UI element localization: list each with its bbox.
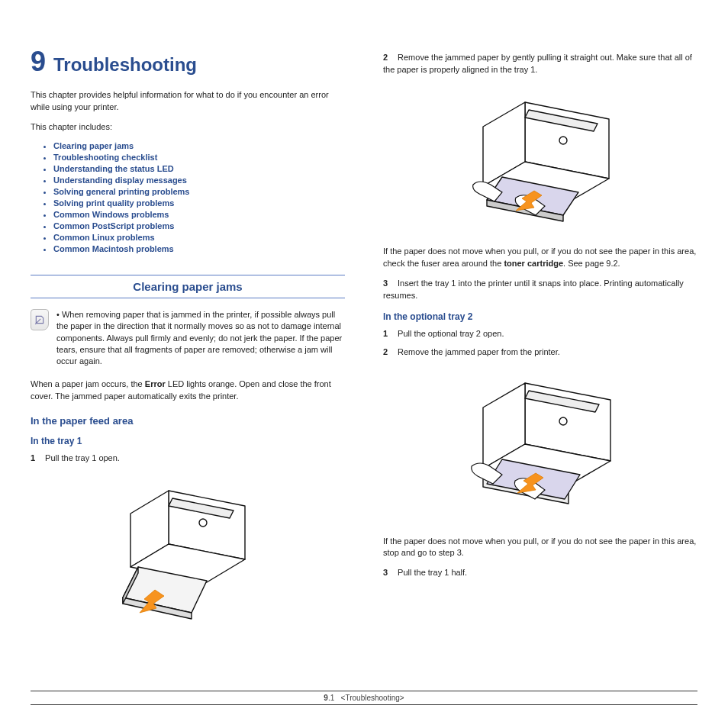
figure-tray1-open: [31, 475, 345, 620]
led-sentence-part1: When a paper jam occurs, the: [31, 379, 145, 388]
led-sentence: When a paper jam occurs, the Error LED l…: [31, 378, 345, 403]
includes-label: This chapter includes:: [31, 121, 345, 134]
note-box: When removing paper that is jammed in th…: [31, 309, 345, 368]
subheading-tray1: In the tray 1: [31, 436, 345, 446]
step-3: 3 Insert the tray 1 into the printer unt…: [383, 278, 697, 302]
section-heading: Clearing paper jams: [31, 275, 345, 298]
step-text: Remove the jammed paper from the printer…: [398, 347, 560, 356]
toc-item[interactable]: Solving general printing problems: [53, 187, 345, 196]
opt-step-2: 2 Remove the jammed paper from the print…: [383, 346, 697, 359]
step-number: 1: [383, 328, 395, 340]
step-number: 2: [383, 346, 395, 359]
toc-item[interactable]: Common Macintosh problems: [53, 244, 345, 253]
toc-item[interactable]: Common Windows problems: [53, 210, 345, 219]
right-column: 2 Remove the jammed paper by gently pull…: [383, 46, 697, 634]
page-footer: 9.1 <Troubleshooting>: [31, 691, 697, 705]
footer-crumb: <Troubleshooting>: [341, 694, 404, 702]
footer-page-small: .1: [328, 694, 334, 702]
toc-item[interactable]: Clearing paper jams: [53, 141, 345, 150]
toc-item[interactable]: Understanding the status LED: [53, 164, 345, 173]
chapter-number: 9: [31, 46, 46, 78]
step-text: Pull the tray 1 half.: [398, 568, 467, 577]
step-number: 1: [31, 453, 43, 465]
opt-nosee-paragraph: If the paper does not move when you pull…: [383, 536, 697, 560]
toc-item[interactable]: Understanding display messages: [53, 176, 345, 185]
svg-point-1: [559, 137, 567, 144]
figure-remove-paper-tray1: [383, 87, 697, 232]
svg-point-0: [199, 519, 207, 527]
subheading-tray2: In the optional tray 2: [383, 311, 697, 322]
toc-item[interactable]: Common Linux problems: [53, 233, 345, 242]
step-text: Remove the jammed paper by gently pullin…: [383, 53, 692, 74]
left-column: 9 Troubleshooting This chapter provides …: [31, 46, 345, 634]
nosee-part2: . See page 9.2.: [563, 259, 620, 268]
chapter-intro: This chapter provides helpful informatio…: [31, 89, 345, 114]
note-text: When removing paper that is jammed in th…: [56, 309, 345, 368]
step-text: Insert the tray 1 into the printer until…: [383, 279, 684, 300]
step-number: 3: [383, 567, 395, 579]
led-error-word: Error: [145, 379, 166, 388]
step-number: 2: [383, 52, 395, 64]
subheading-feed-area: In the paper feed area: [31, 415, 345, 427]
toc-list: Clearing paper jams Troubleshooting chec…: [31, 141, 345, 253]
step-1: 1 Pull the tray 1 open.: [31, 453, 345, 465]
note-icon: [31, 309, 49, 330]
figure-remove-paper-tray2: [383, 369, 697, 522]
step-2: 2 Remove the jammed paper by gently pull…: [383, 52, 697, 76]
paper-nosee-paragraph: If the paper does not move when you pull…: [383, 246, 697, 270]
toc-item[interactable]: Solving print quality problems: [53, 198, 345, 208]
step-number: 3: [383, 278, 395, 290]
svg-point-2: [559, 417, 567, 425]
step-text: Pull the optional tray 2 open.: [398, 329, 504, 338]
toner-cartridge-bold: toner cartridge: [504, 259, 563, 268]
toc-item[interactable]: Troubleshooting checklist: [53, 153, 345, 162]
step-text: Pull the tray 1 open.: [45, 453, 120, 462]
chapter-title: Troubleshooting: [53, 54, 197, 76]
toc-item[interactable]: Common PostScript problems: [53, 221, 345, 230]
opt-step-1: 1 Pull the optional tray 2 open.: [383, 328, 697, 340]
opt-step-3: 3 Pull the tray 1 half.: [383, 567, 697, 579]
